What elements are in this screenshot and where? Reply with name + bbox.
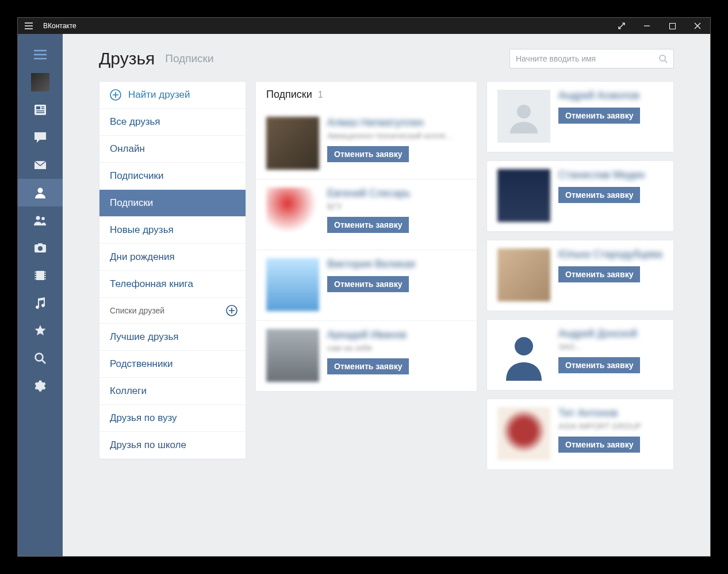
sidemenu-item[interactable]: Телефонная книга [99, 271, 246, 298]
person-row: Евгений Слесарь БГУ Отменить заявку [256, 179, 477, 250]
person-subtitle: ASIA IMPORT GROUP [558, 422, 641, 431]
person-row: Юлька Стародубцева Отменить заявку [486, 240, 674, 311]
friend-list-item[interactable]: Коллеги [99, 378, 246, 405]
nav-rail [18, 34, 63, 556]
maximize-button[interactable] [660, 18, 685, 34]
person-name[interactable]: Алмаз Нигматуллин [327, 117, 424, 129]
person-name[interactable]: Евгений Слесарь [327, 187, 411, 200]
svg-rect-22 [45, 274, 46, 275]
avatar[interactable] [266, 117, 319, 170]
sidemenu-item[interactable]: Новые друзья [99, 217, 246, 244]
avatar[interactable] [266, 258, 319, 311]
cancel-request-button[interactable]: Отменить заявку [558, 357, 640, 373]
sidemenu-item[interactable]: Онлайн [99, 136, 246, 163]
svg-rect-1 [35, 105, 46, 115]
friend-lists-header: Списки друзей [99, 298, 246, 324]
search-icon[interactable] [659, 55, 668, 63]
app-title: ВКонтакте [43, 22, 76, 30]
svg-rect-18 [35, 274, 36, 275]
avatar[interactable] [266, 329, 319, 382]
settings-icon[interactable] [18, 372, 63, 400]
cancel-request-button[interactable]: Отменить заявку [558, 187, 640, 203]
person-name[interactable]: Андрей Донской [558, 328, 637, 340]
person-row: Алмаз Нигматуллин Авиационно-технический… [256, 109, 477, 179]
sidemenu-item[interactable]: Подписчики [99, 163, 246, 190]
music-icon[interactable] [18, 289, 63, 317]
person-row: Виктория Великая Отменить заявку [256, 250, 477, 320]
svg-rect-17 [35, 271, 36, 273]
avatar[interactable] [497, 407, 550, 460]
person-name[interactable]: Андрей Асмолов [558, 90, 639, 102]
svg-point-30 [515, 337, 533, 355]
right-column: Андрей Асмолов Отменить заявку Станислав… [486, 81, 674, 478]
person-row: Тит Антонов ASIA IMPORT GROUP Отменить з… [486, 399, 674, 470]
search-box[interactable] [509, 49, 674, 68]
friend-lists-label: Списки друзей [110, 306, 164, 315]
svg-rect-3 [36, 110, 44, 112]
panel-count: 1 [318, 90, 323, 100]
svg-point-25 [36, 354, 43, 361]
sidemenu-item[interactable]: Все друзья [99, 109, 246, 136]
minimize-button[interactable] [634, 18, 660, 34]
person-name[interactable]: Юлька Стародубцева [558, 248, 662, 261]
page-subtitle: Подписки [165, 52, 213, 65]
cancel-request-button[interactable]: Отменить заявку [558, 266, 640, 282]
groups-icon[interactable] [18, 206, 63, 234]
cancel-request-button[interactable]: Отменить заявку [558, 108, 640, 124]
videos-icon[interactable] [18, 262, 63, 289]
svg-rect-21 [45, 271, 46, 273]
avatar[interactable] [497, 90, 550, 143]
mail-icon[interactable] [18, 151, 63, 179]
cancel-request-button[interactable]: Отменить заявку [327, 358, 409, 374]
person-subtitle: БГУ [327, 202, 342, 211]
titlebar: ВКонтакте [18, 18, 710, 34]
svg-rect-6 [41, 108, 44, 109]
svg-point-9 [36, 216, 40, 220]
photos-icon[interactable] [18, 234, 63, 262]
friend-list-item[interactable]: Лучшие друзья [99, 324, 246, 351]
person-subtitle: Авиационно-технический колледж... [327, 131, 454, 140]
hamburger-icon[interactable] [18, 41, 63, 68]
friend-list-item[interactable]: Родственники [99, 351, 246, 378]
add-list-icon[interactable] [226, 305, 237, 316]
svg-point-13 [38, 246, 43, 251]
person-name[interactable]: Тит Антонов [558, 407, 618, 419]
cancel-request-button[interactable]: Отменить заявку [558, 437, 640, 453]
messages-icon[interactable] [18, 124, 63, 151]
svg-point-8 [38, 188, 43, 193]
sidemenu-item[interactable]: Подписки [99, 190, 246, 217]
svg-point-10 [41, 217, 45, 220]
person-name[interactable]: Виктория Великая [327, 258, 415, 270]
cancel-request-button[interactable]: Отменить заявку [327, 217, 409, 233]
search-input[interactable] [516, 54, 659, 63]
svg-rect-12 [38, 243, 43, 246]
avatar[interactable] [266, 187, 319, 240]
person-name[interactable]: Аркадий Иванов [327, 329, 407, 341]
app-window: ВКонтакте Друзья Под [17, 17, 711, 557]
svg-point-26 [660, 55, 665, 61]
friends-icon[interactable] [18, 179, 63, 206]
search-nav-icon[interactable] [18, 345, 63, 372]
cancel-request-button[interactable]: Отменить заявку [327, 276, 409, 292]
find-friends-label: Найти друзей [128, 89, 190, 101]
avatar[interactable] [497, 328, 550, 381]
avatar[interactable] [497, 248, 550, 301]
favorites-icon[interactable] [18, 317, 63, 345]
find-friends-link[interactable]: Найти друзей [99, 82, 246, 109]
sidemenu-item[interactable]: Дни рождения [99, 244, 246, 271]
avatar[interactable] [497, 169, 550, 222]
profile-avatar[interactable] [18, 68, 63, 96]
person-subtitle: ЗАО... [558, 342, 581, 351]
close-button[interactable] [685, 18, 710, 34]
menu-icon[interactable] [25, 22, 33, 29]
person-row: Андрей Асмолов Отменить заявку [486, 81, 674, 152]
cancel-request-button[interactable]: Отменить заявку [327, 146, 409, 162]
person-name[interactable]: Станислав Медин [558, 169, 645, 181]
friend-list-item[interactable]: Друзья по школе [99, 432, 246, 459]
expand-icon[interactable] [609, 18, 634, 34]
friend-list-item[interactable]: Друзья по вузу [99, 405, 246, 432]
svg-rect-5 [41, 106, 44, 108]
person-subtitle: сам на себя [327, 343, 372, 353]
news-icon[interactable] [18, 96, 63, 124]
svg-rect-23 [45, 276, 46, 277]
